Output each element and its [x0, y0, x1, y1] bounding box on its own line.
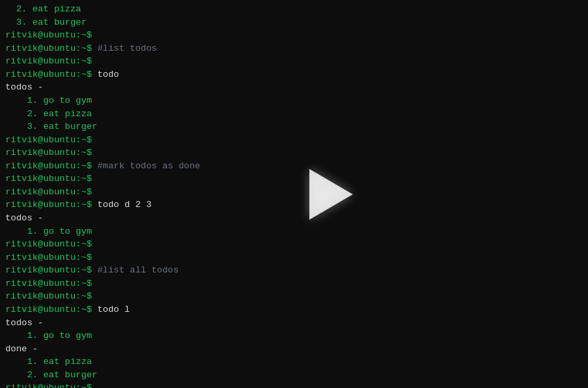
terminal-line: ritvik@ubuntu:~$	[5, 29, 583, 42]
terminal-line: 1. go to gym	[5, 329, 583, 343]
terminal-line: 1. go to gym	[5, 225, 583, 238]
terminal-line: ritvik@ubuntu:~$	[5, 172, 583, 186]
terminal-output: 2. eat pizza 3. eat burgerritvik@ubuntu:…	[5, 3, 583, 388]
terminal-line: 3. eat burger	[5, 120, 583, 134]
terminal-line: 2. eat pizza	[5, 108, 583, 121]
terminal-line: ritvik@ubuntu:~$	[5, 251, 583, 264]
terminal-line: ritvik@ubuntu:~$	[5, 238, 583, 251]
terminal-window: 2. eat pizza 3. eat burgerritvik@ubuntu:…	[0, 0, 588, 388]
terminal-line: ritvik@ubuntu:~$ #list todos	[5, 42, 583, 55]
terminal-line: ritvik@ubuntu:~$ todo d 2 3	[5, 198, 583, 212]
terminal-line: ritvik@ubuntu:~$	[5, 134, 583, 147]
terminal-line: ritvik@ubuntu:~$	[5, 381, 583, 388]
terminal-line: 1. eat pizza	[5, 355, 583, 369]
terminal-line: done -	[5, 343, 583, 356]
terminal-line: ritvik@ubuntu:~$	[5, 55, 583, 68]
terminal-line: 2. eat burger	[5, 369, 583, 382]
terminal-line: ritvik@ubuntu:~$ #mark todos as done	[5, 160, 583, 173]
terminal-line: todos -	[5, 81, 583, 94]
terminal-line: todos -	[5, 317, 583, 330]
terminal-line: ritvik@ubuntu:~$	[5, 146, 583, 160]
terminal-line: ritvik@ubuntu:~$ #list all todos	[5, 264, 583, 277]
terminal-line: ritvik@ubuntu:~$ todo	[5, 68, 583, 81]
terminal-line: ritvik@ubuntu:~$	[5, 277, 583, 290]
terminal-line: 2. eat pizza	[5, 3, 583, 16]
terminal-line: ritvik@ubuntu:~$ todo l	[5, 303, 583, 317]
terminal-line: ritvik@ubuntu:~$	[5, 290, 583, 303]
terminal-line: 3. eat burger	[5, 16, 583, 29]
terminal-line: todos -	[5, 212, 583, 225]
terminal-line: ritvik@ubuntu:~$	[5, 186, 583, 199]
terminal-line: 1. go to gym	[5, 94, 583, 108]
